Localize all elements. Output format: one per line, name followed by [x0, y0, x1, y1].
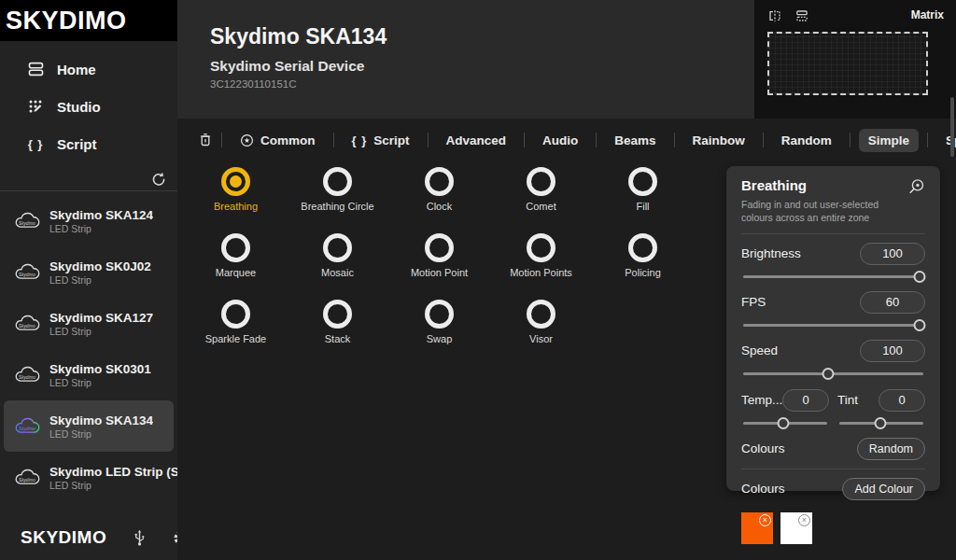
tab-simple[interactable]: Simple [859, 129, 919, 152]
device-row-skydimo-ska127[interactable]: Skydimo Skydimo SKA127 LED Strip [4, 298, 174, 349]
effect-comet[interactable]: Comet [490, 163, 592, 230]
slider-label: Tint [837, 393, 858, 407]
scrollbar[interactable] [950, 97, 954, 157]
slider-label: Brightness [741, 246, 801, 260]
slider-value-field[interactable]: 0 [879, 389, 925, 412]
effect-motion-point[interactable]: Motion Point [388, 230, 490, 296]
preview-zoom-button[interactable] [907, 178, 925, 196]
tab-audio[interactable]: Audio [533, 129, 587, 152]
sidebar-item-home[interactable]: Home [0, 50, 177, 88]
cloud-icon: Skydimo [12, 469, 42, 487]
effect-sparkle-fade[interactable]: Sparkle Fade [185, 296, 287, 362]
main-content: Common { } Script Advanced Audio Beams R… [177, 119, 956, 560]
add-colour-button[interactable]: Add Colour [842, 478, 925, 500]
sidebar-footer: SKYDIMO [0, 515, 177, 560]
flip-horizontal-button[interactable] [767, 8, 782, 23]
device-row-skydimo-sk0j02[interactable]: Skydimo Skydimo SK0J02 LED Strip [4, 246, 174, 298]
sidebar-item-script[interactable]: { } Script [0, 125, 177, 162]
device-list: Skydimo Skydimo SKA124 LED Strip Skydimo… [0, 195, 177, 503]
trash-icon [198, 133, 213, 147]
colour-swatch[interactable]: × [780, 512, 812, 544]
svg-text:Skydimo: Skydimo [19, 477, 35, 482]
tab-label: Audio [542, 133, 578, 147]
effect-motion-points[interactable]: Motion Points [490, 230, 592, 296]
nav-label: Home [57, 62, 96, 77]
delete-button[interactable] [198, 133, 213, 147]
slider[interactable] [837, 417, 925, 429]
effect-label: Policing [625, 267, 661, 278]
slider-thumb[interactable] [822, 368, 834, 380]
device-row-skydimo-ska134[interactable]: Skydimo Skydimo SKA134 LED Strip [4, 400, 174, 452]
colour-swatch[interactable]: × [741, 512, 773, 544]
device-row-skydimo-led-strip-se[interactable]: Skydimo Skydimo LED Strip (Se... LED Str… [4, 452, 174, 503]
slider-brightness: Brightness 100 [741, 243, 925, 283]
flip-vertical-button[interactable] [794, 8, 809, 23]
effect-clock[interactable]: Clock [388, 163, 490, 230]
effect-description: Fading in and out user-selected colours … [741, 199, 911, 225]
slider-speed: Speed 100 [741, 340, 925, 380]
radio-circle-icon [221, 300, 250, 329]
random-colours-button[interactable]: Random [857, 438, 925, 460]
device-subtitle: Skydimo Serial Device [210, 58, 387, 75]
slider-thumb[interactable] [778, 417, 790, 429]
effect-breathing[interactable]: Breathing [185, 163, 287, 230]
slider-value-field[interactable]: 100 [860, 243, 925, 265]
svg-text:Skydimo: Skydimo [19, 323, 35, 328]
tab-random[interactable]: Random [772, 129, 841, 152]
app-logo: SKYDIMO [0, 0, 177, 41]
tab-label: Common [260, 133, 316, 147]
usb-button[interactable] [131, 528, 148, 547]
slider-track[interactable] [743, 275, 923, 278]
tab-common[interactable]: Common [231, 129, 325, 152]
effect-fill[interactable]: Fill [592, 163, 694, 230]
slider[interactable] [741, 368, 925, 380]
slider[interactable] [741, 319, 925, 331]
slider-value-field[interactable]: 60 [860, 291, 925, 314]
effect-stack[interactable]: Stack [287, 296, 388, 362]
effect-policing[interactable]: Policing [592, 230, 694, 296]
sidebar-item-studio[interactable]: Studio [0, 88, 177, 125]
slider-value-field[interactable]: 0 [782, 389, 829, 412]
slider[interactable] [741, 417, 829, 429]
effect-swap[interactable]: Swap [388, 296, 490, 362]
device-row-skydimo-sk0301[interactable]: Skydimo Skydimo SK0301 LED Strip [4, 349, 174, 400]
device-row-skydimo-ska124[interactable]: Skydimo Skydimo SKA124 LED Strip [4, 195, 174, 246]
svg-text:Skydimo: Skydimo [19, 374, 35, 379]
tab-separator [333, 133, 334, 147]
slider-thumb[interactable] [914, 271, 926, 283]
svg-text:Skydimo: Skydimo [19, 272, 35, 276]
app-logo-text: SKYDIMO [6, 7, 127, 35]
page-title: Skydimo SKA134 [210, 24, 387, 49]
effect-tabbar: Common { } Script Advanced Audio Beams R… [198, 126, 956, 154]
tab-label: Random [781, 133, 832, 147]
device-cloud-icon: Skydimo [12, 212, 42, 231]
slider-thumb[interactable] [875, 417, 887, 429]
tab-rainbow[interactable]: Rainbow [683, 129, 754, 152]
effect-mosaic[interactable]: Mosaic [287, 230, 388, 296]
matrix-toolbar [767, 8, 809, 23]
effect-marquee[interactable]: Marquee [185, 230, 287, 296]
slider[interactable] [741, 271, 925, 283]
device-name: Skydimo SK0J02 [49, 259, 151, 273]
star-icon [240, 133, 254, 147]
tab-beams[interactable]: Beams [605, 129, 665, 152]
radio-circle-icon [221, 167, 250, 196]
remove-colour-icon[interactable]: × [798, 514, 810, 526]
slider-track[interactable] [743, 324, 923, 327]
effect-label: Visor [529, 333, 553, 344]
device-name: Skydimo LED Strip (Se... [49, 465, 197, 479]
refresh-devices-button[interactable] [149, 170, 177, 189]
effect-visor[interactable]: Visor [490, 296, 592, 362]
braces-icon: { } [352, 133, 368, 147]
tab-separator [674, 133, 675, 147]
tab-label: Beams [614, 133, 655, 147]
effect-breathing-circle[interactable]: Breathing Circle [287, 163, 388, 230]
tab-separator [850, 133, 851, 147]
slider-value-field[interactable]: 100 [860, 340, 925, 362]
matrix-preview-area[interactable] [767, 32, 928, 95]
remove-colour-icon[interactable]: × [759, 514, 771, 526]
tab-separator [428, 133, 429, 147]
slider-thumb[interactable] [914, 319, 926, 331]
tab-script[interactable]: { } Script [343, 129, 419, 152]
tab-advanced[interactable]: Advanced [437, 129, 516, 152]
